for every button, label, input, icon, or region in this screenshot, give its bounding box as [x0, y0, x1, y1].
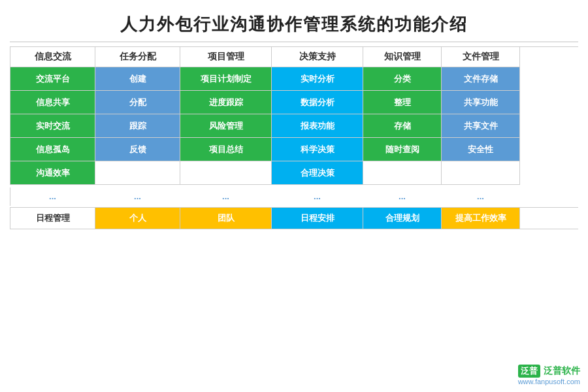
data-cell-4-2 [180, 161, 272, 185]
ellipsis-cell-4: ... [363, 188, 442, 206]
schedule-item-3: 合理规划 [363, 208, 442, 229]
data-cell-0-0: 交流平台 [10, 67, 95, 91]
data-cell-2-4: 存储 [363, 114, 442, 138]
logo-url: www.fanpusoft.com [518, 378, 580, 385]
data-cell-2-3: 报表功能 [272, 114, 363, 138]
data-cell-0-1: 创建 [95, 67, 180, 91]
header-cell-1: 任务分配 [95, 47, 180, 67]
schedule-item-2: 日程安排 [272, 208, 363, 229]
header-row: 信息交流 任务分配 项目管理 决策支持 知识管理 文件管理 [10, 46, 578, 67]
logo-text: 泛普软件 [544, 365, 580, 376]
data-cell-3-2: 项目总结 [180, 138, 272, 161]
data-cell-4-0: 沟通效率 [10, 161, 95, 185]
data-cell-1-4: 整理 [363, 91, 442, 114]
data-cell-4-3: 合理决策 [272, 161, 363, 185]
data-rows: 交流平台创建项目计划制定实时分析分类文件存储信息共享分配进度跟踪数据分析整理共享… [10, 67, 578, 185]
watermark: 泛普 泛普软件 www.fanpusoft.com [518, 365, 580, 385]
ellipsis-cell-2: ... [180, 188, 272, 206]
header-cell-2: 项目管理 [180, 47, 272, 67]
data-cell-0-3: 实时分析 [272, 67, 363, 91]
data-cell-2-0: 实时交流 [10, 114, 95, 138]
data-cell-1-5: 共享功能 [442, 91, 520, 114]
data-cell-3-0: 信息孤岛 [10, 138, 95, 161]
data-row-1: 信息共享分配进度跟踪数据分析整理共享功能 [10, 91, 578, 114]
data-cell-2-2: 风险管理 [180, 114, 272, 138]
ellipsis-cell-1: ... [95, 188, 180, 206]
data-cell-1-3: 数据分析 [272, 91, 363, 114]
ellipsis-row: .................. [10, 188, 578, 206]
data-cell-1-2: 进度跟踪 [180, 91, 272, 114]
header-cell-0: 信息交流 [10, 47, 95, 67]
data-row-4: 沟通效率合理决策 [10, 161, 578, 185]
data-cell-0-2: 项目计划制定 [180, 67, 272, 91]
data-row-2: 实时交流跟踪风险管理报表功能存储共享文件 [10, 114, 578, 138]
data-cell-0-4: 分类 [363, 67, 442, 91]
data-cell-3-3: 科学决策 [272, 138, 363, 161]
data-row-3: 信息孤岛反馈项目总结科学决策随时查阅安全性 [10, 138, 578, 161]
header-cell-5: 文件管理 [442, 47, 520, 67]
data-cell-4-4 [363, 161, 442, 185]
ellipsis-cell-5: ... [442, 188, 520, 206]
data-row-0: 交流平台创建项目计划制定实时分析分类文件存储 [10, 67, 578, 91]
title-area: 人力外包行业沟通协作管理系统的功能介绍 [10, 7, 578, 42]
data-cell-1-0: 信息共享 [10, 91, 95, 114]
ellipsis-cell-3: ... [272, 188, 363, 206]
header-cell-4: 知识管理 [363, 47, 442, 67]
ellipsis-cell-0: ... [10, 188, 95, 206]
schedule-item-4: 提高工作效率 [442, 208, 520, 229]
logo-icon: 泛普 [518, 365, 540, 378]
data-cell-1-1: 分配 [95, 91, 180, 114]
data-cell-3-1: 反馈 [95, 138, 180, 161]
data-cell-0-5: 文件存储 [442, 67, 520, 91]
data-cell-3-4: 随时查阅 [363, 138, 442, 161]
data-cell-2-1: 跟踪 [95, 114, 180, 138]
schedule-label: 日程管理 [10, 208, 95, 229]
header-cell-3: 决策支持 [272, 47, 363, 67]
data-cell-3-5: 安全性 [442, 138, 520, 161]
page-wrapper: 人力外包行业沟通协作管理系统的功能介绍 信息交流 任务分配 项目管理 决策支持 … [0, 0, 588, 392]
schedule-item-1: 团队 [180, 208, 272, 229]
schedule-row: 日程管理 个人 团队 日程安排 合理规划 提高工作效率 [10, 207, 578, 229]
grid-container: 信息交流 任务分配 项目管理 决策支持 知识管理 文件管理 交流平台创建项目计划… [10, 46, 578, 385]
main-title: 人力外包行业沟通协作管理系统的功能介绍 [10, 13, 578, 36]
data-cell-2-5: 共享文件 [442, 114, 520, 138]
data-cell-4-5 [442, 161, 520, 185]
schedule-item-0: 个人 [95, 208, 180, 229]
data-cell-4-1 [95, 161, 180, 185]
